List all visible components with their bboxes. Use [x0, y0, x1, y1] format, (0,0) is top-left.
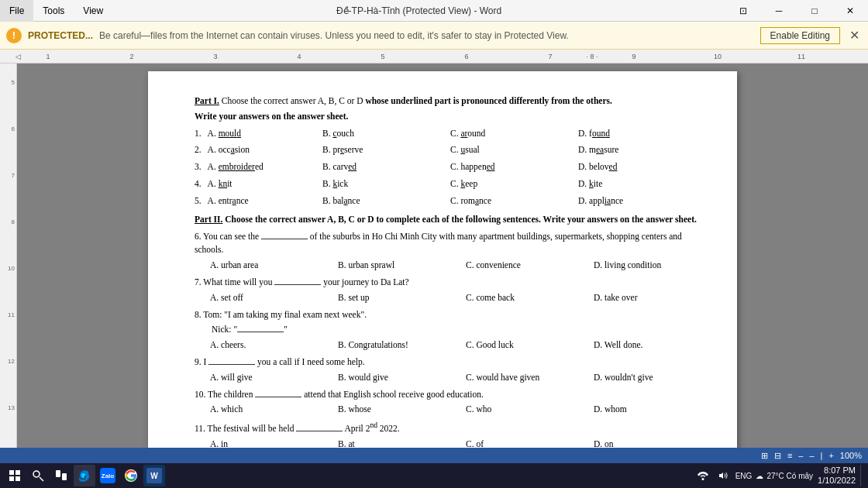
enable-editing-button[interactable]: Enable Editing [760, 27, 840, 44]
q1-num: 1. A. mould [195, 127, 322, 141]
q10-a: A. which [210, 403, 338, 417]
question-10-opts: A. which B. whose C. who D. whom [195, 403, 698, 417]
question-6-text: 6. You can see the of the suburbs in Ho … [195, 230, 698, 258]
weather-icon: ☁ [756, 472, 763, 480]
clock: 8:07 PM 1/10/2022 [818, 466, 856, 486]
date-display: 1/10/2022 [818, 476, 856, 486]
menu-view[interactable]: View [74, 0, 112, 22]
svg-rect-6 [56, 470, 60, 477]
q2-d: D. measure [578, 143, 706, 157]
question-3: 3. A. embroidered B. carved C. happened … [195, 160, 698, 174]
q10-b: B. whose [338, 403, 466, 417]
start-button[interactable] [4, 465, 26, 486]
zoom-level: 100% [840, 451, 862, 460]
q9-d: D. wouldn't give [594, 371, 722, 385]
q5-d: D. appliance [578, 194, 706, 208]
question-4: 4. A. knit B. kick C. keep D. kite [195, 177, 698, 191]
margin-num: 10 [8, 265, 15, 272]
q9-a: A. will give [210, 371, 338, 385]
q7-c: C. come back [466, 291, 594, 305]
svg-rect-2 [9, 476, 14, 481]
blank-10 [255, 397, 301, 397]
show-desktop-btn[interactable] [860, 465, 865, 486]
q1-d: D. found [578, 127, 706, 141]
margin-num: 6 [12, 125, 15, 132]
main-area: 5 6 7 8 10 11 12 13 14 15 Part I. Choose… [0, 64, 868, 463]
q7-b: B. set up [338, 291, 466, 305]
weather-widget: ☁ 27°C Có mây [756, 472, 813, 480]
menu-file[interactable]: File [0, 0, 33, 22]
q10-c: C. who [466, 403, 594, 417]
svg-rect-7 [62, 473, 67, 480]
network-icon[interactable] [695, 468, 711, 483]
close-button[interactable]: ✕ [832, 0, 868, 22]
zalo-button[interactable]: Zalo [97, 465, 119, 486]
menu-tools[interactable]: Tools [33, 0, 74, 22]
margin-num: 7 [12, 172, 15, 179]
ruler-mark: 5 [362, 53, 404, 60]
sound-icon[interactable] [715, 468, 731, 483]
q6-b: B. urban sprawl [338, 259, 466, 273]
search-button[interactable] [27, 465, 49, 486]
q3-b: B. carved [322, 160, 450, 174]
restore-icon[interactable]: ⊡ [725, 0, 761, 22]
word-button[interactable]: W [143, 465, 165, 486]
layout-print-btn[interactable]: ⊞ [761, 451, 768, 461]
q9-c: C. would have given [466, 371, 594, 385]
q4-c: C. keep [450, 177, 578, 191]
question-9-opts: A. will give B. would give C. would have… [195, 371, 698, 385]
task-view-button[interactable] [50, 465, 72, 486]
question-1: 1. A. mould B. couch C. around D. found [195, 127, 698, 141]
doc-area[interactable]: Part I. Choose the correct answer A, B, … [17, 64, 868, 463]
q3-a: 3. A. embroidered [195, 160, 322, 174]
part2-label: Part II. [195, 215, 222, 224]
ruler-mark: · 8 · [571, 53, 613, 60]
margin-num: 5 [12, 79, 15, 86]
layout-web-btn[interactable]: ⊟ [774, 451, 781, 461]
ruler-mark: 11 [780, 53, 822, 60]
margin-num: 8 [12, 218, 15, 225]
window-controls: ⊡ ─ □ ✕ [725, 0, 868, 22]
google-button[interactable] [120, 465, 142, 486]
question-7-text: 7. What time will you your journey to Da… [195, 276, 698, 290]
ruler: ◁ 1 2 3 4 5 6 7 · 8 · 9 10 11 12 13 14 1… [0, 50, 868, 64]
q4-d: D. kite [578, 177, 706, 191]
part2-header: Part II. Choose the correct answer A, B,… [195, 213, 698, 227]
part1-label: Part I. [195, 96, 219, 105]
blank-6 [261, 239, 308, 239]
edge-button[interactable] [74, 465, 95, 486]
q5-b: B. balance [322, 194, 450, 208]
protected-message: Be careful—files from the Internet can c… [99, 30, 569, 41]
question-8-opts: A. cheers. B. Congratulations! C. Good l… [195, 339, 698, 352]
ruler-mark: 2 [111, 53, 153, 60]
ime-icon[interactable]: ENG [735, 468, 751, 483]
blank-7 [274, 284, 321, 285]
layout-read-btn[interactable]: ≡ [787, 451, 792, 460]
ruler-mark: 1 [27, 53, 69, 60]
zoom-out-btn[interactable]: – [809, 451, 814, 460]
q7-d: D. take over [594, 291, 722, 305]
ruler-mark: 4 [278, 53, 320, 60]
q8-b: B. Congratulations! [338, 339, 466, 352]
title-bar: File Tools View Đề-TP-Hà-Tĩnh (Protected… [0, 0, 868, 22]
q5-a: 5. A. entrance [195, 194, 322, 208]
ruler-mark: 9 [613, 53, 655, 60]
q1-b: B. couch [322, 127, 450, 141]
q8-c: C. Good luck [466, 339, 594, 352]
q4-b: B. kick [322, 177, 450, 191]
left-margin: 5 6 7 8 10 11 12 13 14 15 [0, 64, 17, 463]
status-right: ⊞ ⊟ ≡ – – | + 100% [761, 451, 862, 461]
ruler-inner: ◁ 1 2 3 4 5 6 7 · 8 · 9 10 11 12 13 14 1… [16, 53, 868, 60]
svg-line-5 [40, 477, 43, 481]
ruler-mark: 6 [446, 53, 487, 60]
zoom-in-btn[interactable]: + [828, 451, 833, 460]
zoom-separator: – [798, 451, 803, 460]
q6-d: D. living condition [594, 259, 722, 273]
ruler-mark: 7 [529, 53, 571, 60]
zoom-bar: | [821, 451, 823, 460]
maximize-button[interactable]: □ [797, 0, 832, 22]
q3-d: D. beloved [578, 160, 706, 174]
close-bar-button[interactable]: ✕ [846, 28, 862, 43]
question-8-text: 8. Tom: "I am taking my final exam next … [195, 308, 698, 322]
minimize-button[interactable]: ─ [761, 0, 797, 22]
